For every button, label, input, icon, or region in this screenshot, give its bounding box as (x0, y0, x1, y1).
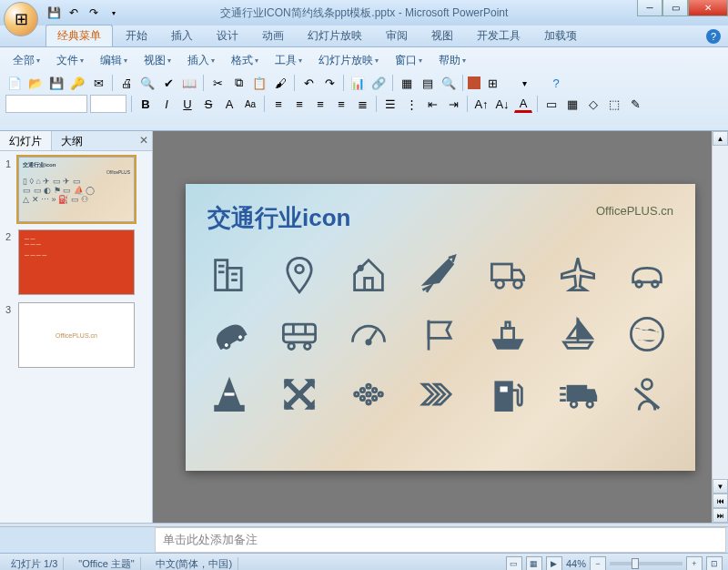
undo-icon[interactable]: ↶ (299, 74, 318, 92)
scroll-up-icon[interactable]: ▲ (713, 131, 728, 146)
font-color-icon[interactable]: A (514, 95, 532, 113)
scroll-down-icon[interactable]: ▼ (713, 479, 728, 494)
gauge-icon[interactable] (347, 312, 390, 356)
quickstyle-icon[interactable]: ✎ (626, 95, 644, 113)
normal-view-icon[interactable]: ▭ (506, 556, 522, 570)
ribbon-tab-home[interactable]: 开始 (115, 25, 158, 46)
cut-icon[interactable]: ✂ (208, 74, 227, 92)
align-center-icon[interactable]: ≡ (290, 95, 308, 113)
car-flip-icon[interactable] (207, 312, 251, 356)
italic-icon[interactable]: I (157, 95, 176, 113)
status-lang[interactable]: 中文(简体，中国) (150, 557, 238, 571)
save-icon[interactable]: 💾 (46, 5, 62, 21)
office-button[interactable]: ⊞ (4, 2, 38, 36)
zoom-slider[interactable] (610, 562, 682, 565)
table-icon[interactable]: ▦ (398, 74, 416, 92)
thumb-preview[interactable]: OfficePLUS.cn (18, 302, 135, 368)
redo-icon[interactable]: ↷ (86, 5, 102, 21)
menu-window[interactable]: 窗口▾ (388, 51, 430, 70)
delivery-truck-icon[interactable] (556, 372, 600, 416)
align-justify-icon[interactable]: ≡ (332, 95, 350, 113)
numbering-icon[interactable]: ⋮ (402, 95, 420, 113)
slideshow-view-icon[interactable]: ▶ (546, 556, 562, 570)
seatbelt-icon[interactable] (625, 372, 669, 416)
hyperlink-icon[interactable]: 🔗 (369, 74, 388, 92)
table2-icon[interactable]: ▤ (419, 74, 437, 92)
cone-icon[interactable] (207, 372, 251, 416)
flag-icon[interactable] (417, 312, 460, 356)
align-left-icon[interactable]: ≡ (269, 95, 288, 113)
mail-icon[interactable]: ✉ (89, 74, 107, 92)
truck-icon[interactable] (486, 252, 530, 296)
close-panel-icon[interactable]: ✕ (139, 134, 148, 147)
help-icon[interactable]: ? (706, 29, 721, 44)
paste-icon[interactable]: 📋 (250, 74, 268, 92)
format-painter-icon[interactable]: 🖌 (271, 74, 289, 92)
bus-icon[interactable] (278, 312, 321, 356)
minimize-button[interactable]: ─ (637, 0, 662, 16)
size-combo[interactable] (90, 95, 126, 113)
grid-icon[interactable]: ⊞ (483, 74, 501, 92)
open-icon[interactable]: 📂 (26, 74, 45, 92)
newslide-icon[interactable]: ▭ (542, 95, 561, 113)
qat-dropdown-icon[interactable]: ▾ (106, 5, 122, 21)
ribbon-tab-review[interactable]: 审阅 (375, 25, 419, 46)
color1-icon[interactable] (468, 76, 480, 89)
underline-icon[interactable]: U (178, 95, 197, 113)
slide-canvas[interactable]: 交通行业icon OfficePLUS.cn (186, 184, 695, 471)
undo-icon[interactable]: ↶ (66, 5, 82, 21)
bold-icon[interactable]: B (136, 95, 155, 113)
ribbon-tab-animation[interactable]: 动画 (251, 25, 295, 46)
ship-icon[interactable] (486, 312, 530, 356)
zoom-in-icon[interactable]: + (686, 556, 703, 570)
gas-pump-icon[interactable] (486, 372, 530, 416)
ribbon-tab-addin[interactable]: 加载项 (533, 25, 588, 46)
thumbnail-1[interactable]: 1 交通行业icon OfficePLUS ▯ ◊ ⌂ ✈ ▭ ✈ ▭▭ ▭ ◐… (5, 157, 147, 222)
save-icon[interactable]: 💾 (47, 74, 66, 92)
menu-slideshow[interactable]: 幻灯片放映▾ (311, 51, 386, 70)
arrange-icon[interactable]: ⬚ (605, 95, 623, 113)
ribbon-tab-insert[interactable]: 插入 (160, 25, 204, 46)
thumb-preview[interactable]: — —— — —— — — — (18, 229, 135, 295)
zoom-icon[interactable]: 🔍 (440, 74, 458, 92)
align-right-icon[interactable]: ≡ (311, 95, 329, 113)
indent-inc-icon[interactable]: ⇥ (444, 95, 462, 113)
ribbon-tab-design[interactable]: 设计 (206, 25, 249, 46)
ribbon-tab-slideshow[interactable]: 幻灯片放映 (297, 25, 373, 46)
tab-slides[interactable]: 幻灯片 (0, 131, 52, 150)
help2-icon[interactable]: ? (547, 74, 565, 92)
menu-insert[interactable]: 插入▾ (180, 51, 222, 70)
maximize-button[interactable]: ▭ (662, 0, 688, 16)
dots-arrow-icon[interactable] (347, 372, 390, 416)
font-combo[interactable] (5, 95, 87, 113)
pin-icon[interactable] (278, 252, 321, 296)
car-icon[interactable] (625, 252, 669, 296)
preview-icon[interactable]: 🔍 (138, 74, 157, 92)
fit-window-icon[interactable]: ⊡ (706, 556, 723, 570)
layout-icon[interactable]: ▦ (563, 95, 581, 113)
zoom-pct-icon[interactable]: ▾ (504, 74, 544, 92)
new-icon[interactable]: 📄 (5, 74, 24, 92)
zoom-value[interactable]: 44% (566, 558, 586, 569)
slide-editor[interactable]: 交通行业icon OfficePLUS.cn (153, 131, 728, 523)
notes-pane[interactable]: 单击此处添加备注 (155, 527, 726, 553)
prev-slide-icon[interactable]: ⏮ (713, 494, 728, 508)
spell-icon[interactable]: ✔ (159, 74, 177, 92)
copy-icon[interactable]: ⧉ (229, 74, 248, 92)
print-icon[interactable]: 🖨 (117, 74, 136, 92)
tab-outline[interactable]: 大纲 (52, 131, 92, 150)
case-icon[interactable]: Aa (241, 95, 259, 113)
shapes-icon[interactable]: ◇ (584, 95, 602, 113)
research-icon[interactable]: 📖 (180, 74, 198, 92)
chevrons-icon[interactable] (417, 372, 460, 416)
globe-icon[interactable] (625, 312, 669, 356)
font-shrink-icon[interactable]: A↓ (493, 95, 511, 113)
menu-tools[interactable]: 工具▾ (268, 51, 309, 70)
font-grow-icon[interactable]: A↑ (472, 95, 490, 113)
menu-all[interactable]: 全部▾ (5, 51, 47, 70)
permission-icon[interactable]: 🔑 (68, 74, 86, 92)
distribute-icon[interactable]: ≣ (353, 95, 371, 113)
cross-arrows-icon[interactable] (278, 372, 321, 416)
ribbon-tab-view[interactable]: 视图 (420, 25, 464, 46)
plane-crash-icon[interactable] (417, 252, 460, 296)
